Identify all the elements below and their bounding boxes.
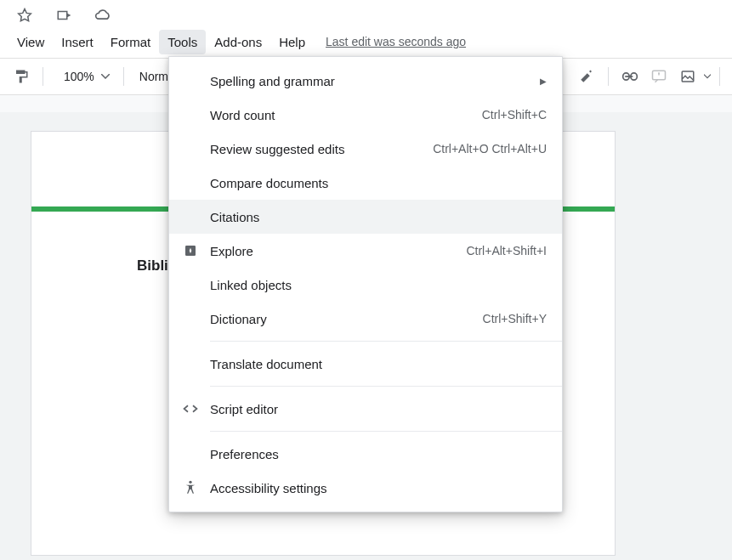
comment-icon[interactable] — [646, 64, 672, 89]
dd-explore[interactable]: Explore Ctrl+Alt+Shift+I — [169, 234, 562, 268]
chevron-down-icon — [101, 74, 110, 79]
menu-insert[interactable]: Insert — [53, 30, 102, 54]
blank-icon — [181, 72, 200, 89]
dropdown-separator — [210, 431, 562, 432]
code-icon — [181, 400, 200, 417]
blank-icon — [181, 140, 200, 157]
dd-script-editor[interactable]: Script editor — [169, 392, 562, 426]
dropdown-separator — [210, 386, 562, 387]
blank-icon — [181, 174, 200, 191]
dd-translate[interactable]: Translate document — [169, 347, 562, 381]
divider — [43, 67, 43, 86]
tools-dropdown: Spelling and grammar ▶ Word count Ctrl+S… — [168, 56, 563, 512]
menu-format[interactable]: Format — [102, 30, 160, 54]
dd-label: Script editor — [210, 402, 547, 416]
menu-addons[interactable]: Add-ons — [206, 30, 270, 54]
dd-label: Explore — [210, 244, 466, 258]
dd-review-edits[interactable]: Review suggested edits Ctrl+Alt+O Ctrl+A… — [169, 132, 562, 166]
dd-label: Citations — [210, 210, 547, 224]
blank-icon — [181, 310, 200, 327]
dd-label: Word count — [210, 108, 482, 122]
dd-label: Translate document — [210, 357, 547, 371]
dd-spelling-grammar[interactable]: Spelling and grammar ▶ — [169, 64, 562, 98]
dd-shortcut: Ctrl+Alt+Shift+I — [466, 244, 547, 257]
star-icon[interactable] — [12, 3, 37, 28]
image-icon[interactable] — [675, 64, 701, 89]
dropdown-separator — [210, 341, 562, 342]
blank-icon — [181, 106, 200, 123]
dd-accessibility[interactable]: Accessibility settings — [169, 471, 562, 505]
accessibility-icon — [181, 479, 200, 496]
svg-point-10 — [189, 481, 191, 484]
menu-help[interactable]: Help — [270, 30, 314, 54]
dd-label: Spelling and grammar — [210, 74, 531, 88]
chevron-down-icon[interactable] — [704, 74, 711, 79]
svg-marker-0 — [19, 9, 31, 21]
menu-tools[interactable]: Tools — [159, 30, 206, 54]
dd-compare-docs[interactable]: Compare documents — [169, 166, 562, 200]
submenu-arrow-icon: ▶ — [540, 76, 547, 86]
blank-icon — [181, 276, 200, 293]
dd-word-count[interactable]: Word count Ctrl+Shift+C — [169, 98, 562, 132]
explore-icon — [181, 242, 200, 259]
blank-icon — [181, 208, 200, 225]
blank-icon — [181, 445, 200, 462]
zoom-select[interactable]: 100% — [52, 70, 115, 83]
move-icon[interactable] — [51, 3, 77, 28]
divider — [123, 67, 124, 86]
dd-label: Accessibility settings — [210, 481, 547, 495]
highlight-icon[interactable] — [574, 64, 599, 89]
dd-preferences[interactable]: Preferences — [169, 437, 562, 471]
zoom-value: 100% — [64, 70, 94, 83]
dd-shortcut: Ctrl+Alt+O Ctrl+Alt+U — [433, 142, 547, 156]
cloud-icon[interactable] — [90, 3, 116, 28]
dd-linked-objects[interactable]: Linked objects — [169, 268, 562, 302]
dd-label: Dictionary — [210, 312, 483, 326]
divider — [608, 67, 609, 86]
blank-icon — [181, 355, 200, 372]
menu-view[interactable]: View — [9, 30, 53, 54]
dd-shortcut: Ctrl+Shift+Y — [483, 312, 547, 325]
titlebar-icons — [0, 0, 732, 25]
paint-format-icon[interactable] — [9, 64, 34, 89]
dd-shortcut: Ctrl+Shift+C — [482, 108, 547, 122]
link-icon[interactable] — [617, 64, 643, 89]
divider — [719, 67, 720, 86]
last-edit-link[interactable]: Last edit was seconds ago — [326, 35, 466, 48]
dd-label: Compare documents — [210, 176, 547, 190]
dd-label: Preferences — [210, 447, 547, 461]
dd-dictionary[interactable]: Dictionary Ctrl+Shift+Y — [169, 302, 562, 336]
dd-citations[interactable]: Citations — [169, 200, 562, 234]
dd-label: Linked objects — [210, 278, 547, 292]
dd-label: Review suggested edits — [210, 142, 433, 156]
menubar: View Insert Format Tools Add-ons Help La… — [0, 25, 732, 58]
right-toolbar — [574, 64, 725, 89]
